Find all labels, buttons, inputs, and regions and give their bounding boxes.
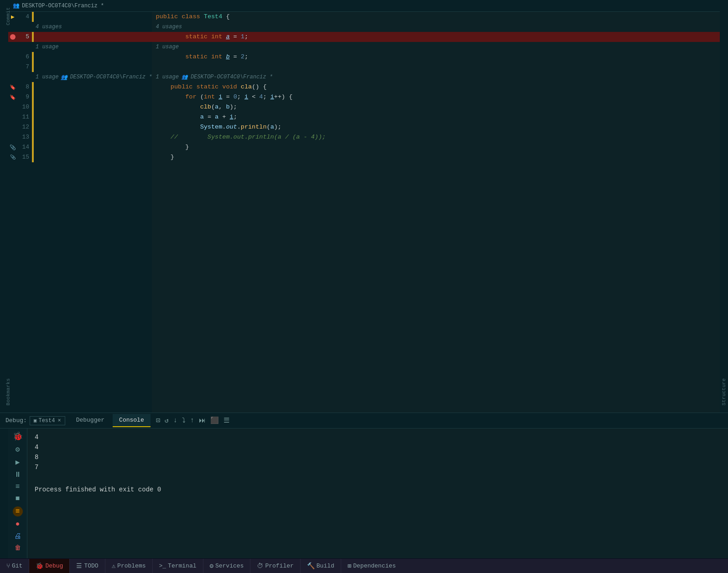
console-line-3: 8: [35, 452, 721, 462]
yellow-bar-10: [32, 102, 34, 112]
linenum-8: 8: [17, 82, 32, 92]
status-bar: ⑂ Git 🐞 Debug ☰ TODO ⚠ Problems >_ Termi…: [0, 558, 728, 573]
debug-restart-icon[interactable]: ●: [16, 520, 20, 528]
gutter-9: 🔖: [8, 94, 17, 100]
statusbar-debug[interactable]: 🐞 Debug: [29, 559, 70, 573]
bookmark-14: 📎: [10, 145, 16, 150]
debug-content: 🐞 ⚙ ▶ ⏸ ≡ ■ ≡ ● 🖨 🗑 4 4 8 7 Process fini…: [0, 428, 728, 558]
left-sidebar: Commit Bookmarks: [0, 0, 8, 413]
linenum-11: 11: [17, 112, 32, 122]
debug-close2-icon[interactable]: 🖨: [14, 532, 21, 541]
gutter-5[interactable]: [8, 34, 17, 40]
services-status-icon: ⚙: [210, 562, 213, 570]
debug-left-gutter: [0, 428, 8, 558]
code-line-6: static int b = 2;: [156, 52, 720, 62]
problems-status-label: Problems: [117, 563, 146, 569]
debug-more-icon[interactable]: 🗑: [15, 544, 21, 552]
git-status-icon: ⑂: [6, 563, 10, 570]
debug-thread-dump-icon[interactable]: ≡: [13, 506, 23, 516]
statusbar-todo[interactable]: ☰ TODO: [70, 559, 105, 573]
linenum-13: 13: [17, 132, 32, 142]
meta-8-usage: 1 usage 👥 DESKTOP-OC0T4C0\Franciz *: [34, 74, 152, 81]
yellow-bar-8: [32, 82, 34, 92]
deps-status-label: Dependencies: [353, 563, 396, 569]
linenum-4: 4: [17, 12, 32, 22]
linenum-12: 12: [17, 122, 32, 132]
gutter-14: 📎: [8, 145, 17, 150]
problems-status-icon: ⚠: [112, 562, 115, 570]
console-line-2: 4: [35, 442, 721, 452]
statusbar-build[interactable]: 🔨 Build: [301, 559, 341, 573]
code-line-4: public class Test4 {: [156, 12, 720, 22]
yellow-bar-5: [32, 32, 34, 42]
code-line-13: // System.out.println(a / (a - 4));: [156, 132, 720, 142]
debug-status-label: Debug: [45, 563, 63, 569]
code-line-5: static int a = 1;: [152, 32, 720, 42]
bookmark-8: 🔖: [10, 84, 16, 90]
linenum-10: 10: [17, 102, 32, 112]
build-status-label: Build: [317, 563, 334, 569]
code-line-9: for (int i = 0; i < 4; i++) {: [156, 92, 720, 102]
debug-title-text: Debug:: [5, 417, 27, 424]
console-line-1: 4: [35, 432, 721, 442]
build-status-icon: 🔨: [307, 562, 315, 570]
step-into2-icon[interactable]: ⤵: [182, 417, 186, 425]
console-line-empty: [35, 472, 721, 482]
code-content[interactable]: public class Test4 { 4 usages static int…: [152, 12, 720, 413]
linenum-6: 6: [17, 52, 32, 62]
yellow-bar-9: [32, 92, 34, 102]
meta-line-5: 1 usage: [156, 42, 720, 52]
yellow-bar-12: [32, 122, 34, 132]
debug-threads-icon[interactable]: ≡: [16, 483, 20, 491]
code-line-11: a = a + i;: [156, 112, 720, 122]
console-process-text: Process finished with exit code 0: [35, 486, 721, 493]
step-over-icon[interactable]: ↺: [165, 416, 169, 425]
yellow-bar-14: [32, 142, 34, 152]
right-sidebar: Structure: [720, 0, 728, 413]
debug-pause-icon[interactable]: ⏸: [14, 470, 21, 479]
debug-tools: 🐞 ⚙ ▶ ⏸ ≡ ■ ≡ ● 🖨 🗑: [8, 428, 27, 558]
evaluate-icon[interactable]: ⬛: [210, 416, 219, 425]
yellow-bar-15: [32, 152, 34, 162]
git-info-text: DESKTOP-OC0T4C0\Franciz *: [22, 3, 104, 9]
structure-label[interactable]: Structure: [720, 376, 728, 408]
statusbar-profiler[interactable]: ⏱ Profiler: [250, 559, 300, 573]
code-line-7: [156, 62, 720, 72]
linenum-9: 9: [17, 92, 32, 102]
meta-line-4: 4 usages: [156, 22, 720, 32]
git-info-bar: 👥 DESKTOP-OC0T4C0\Franciz *: [8, 0, 720, 12]
debug-settings-icon[interactable]: ⚙: [16, 445, 20, 454]
profiler-status-icon: ⏱: [257, 563, 263, 570]
breakpoint-dot-5: [10, 34, 16, 40]
statusbar-git[interactable]: ⑂ Git: [0, 559, 29, 573]
gutter-15: 📎: [8, 155, 17, 160]
tab-debugger[interactable]: Debugger: [70, 414, 111, 427]
frames-icon[interactable]: ☰: [224, 416, 229, 425]
code-line-10: clb(a, b);: [156, 102, 720, 112]
debug-bug-icon[interactable]: 🐞: [13, 431, 23, 441]
linenum-5: 5: [17, 32, 32, 42]
step-out-icon[interactable]: ↑: [190, 417, 194, 424]
linenum-7: 7: [17, 62, 32, 72]
bookmarks-label[interactable]: Bookmarks: [4, 376, 12, 408]
split-view-icon[interactable]: ⊡: [156, 416, 160, 425]
statusbar-dependencies[interactable]: ⊞ Dependencies: [341, 559, 402, 573]
debug-file-tab[interactable]: ▣ Test4 ×: [30, 416, 65, 425]
statusbar-services[interactable]: ⚙ Services: [203, 559, 251, 573]
tab-console[interactable]: Console: [113, 414, 151, 427]
user-icon: 👥: [13, 2, 20, 9]
commit-label[interactable]: Commit: [4, 5, 12, 28]
debug-close-btn[interactable]: ×: [57, 418, 61, 424]
step-into-icon[interactable]: ↓: [173, 417, 177, 424]
run-to-cursor-icon[interactable]: ⏭: [199, 417, 206, 425]
debug-resume-icon[interactable]: ▶: [16, 458, 20, 467]
code-line-8: public static void cla() {: [156, 82, 720, 92]
debug-stop-icon[interactable]: ■: [16, 495, 20, 503]
code-line-14: }: [156, 142, 720, 152]
debug-panel: Debug: ▣ Test4 × Debugger Console ⊡ ↺ ↓ …: [0, 413, 728, 558]
bookmark-9: 🔖: [10, 94, 16, 100]
statusbar-terminal[interactable]: >_ Terminal: [153, 559, 203, 573]
bookmark-15: 📎: [10, 155, 16, 160]
debug-tab-bar: Debug: ▣ Test4 × Debugger Console ⊡ ↺ ↓ …: [0, 413, 728, 428]
statusbar-problems[interactable]: ⚠ Problems: [105, 559, 153, 573]
